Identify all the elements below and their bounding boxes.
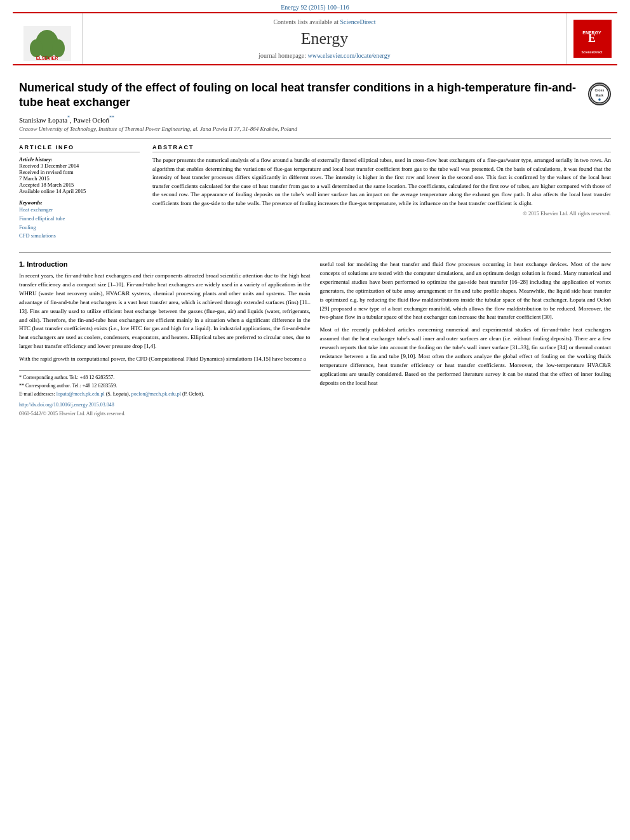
received-revised-label: Received in revised form: [19, 169, 140, 175]
body-left-col: 1. Introduction In recent years, the fin…: [19, 260, 311, 418]
crossmark: Cross Mark: [588, 83, 611, 105]
keywords-list: Heat exchanger Finned elliptical tube Fo…: [19, 206, 140, 240]
email2-link[interactable]: poclon@mech.pk.edu.pl: [131, 391, 181, 397]
keyword-4: CFD simulations: [19, 232, 140, 241]
article-title-section: Numerical study of the effect of fouling…: [19, 81, 611, 110]
article-info-abstract: ARTICLE INFO Article history: Received 3…: [19, 144, 611, 245]
elsevier-logo: ELSEVIER: [13, 13, 83, 64]
svg-text:ELSEVIER: ELSEVIER: [36, 56, 58, 60]
article-history-block: Article history: Received 3 December 201…: [19, 156, 140, 194]
abstract-col: ABSTRACT The paper presents the numerica…: [152, 144, 611, 245]
keyword-3: Fouling: [19, 223, 140, 232]
body-right-col: useful tool for modeling the heat transf…: [320, 260, 612, 418]
abstract-heading: ABSTRACT: [152, 144, 611, 152]
article-content: Numerical study of the effect of fouling…: [0, 65, 630, 418]
affiliation: Cracow University of Technology, Institu…: [19, 126, 611, 132]
footnote-2: ** Corresponding author. Tel.: +48 12 62…: [19, 382, 311, 390]
received-revised-date: 7 March 2015: [19, 175, 140, 182]
issn-line: 0360-5442/© 2015 Elsevier Ltd. All right…: [19, 410, 311, 418]
divider-2: [19, 252, 611, 253]
svg-text:Cross: Cross: [594, 88, 604, 92]
intro-right-paragraph-2: Most of the recently published articles …: [320, 326, 612, 388]
section-1-title: 1. Introduction: [19, 260, 311, 268]
elsevier-tree-icon: ELSEVIER: [23, 26, 71, 61]
available-online: Available online 14 April 2015: [19, 188, 140, 194]
homepage-pretext: journal homepage:: [258, 52, 306, 59]
footnotes: * Corresponding author. Tel.: +48 12 628…: [19, 370, 311, 418]
article-info-col: ARTICLE INFO Article history: Received 3…: [19, 144, 140, 245]
journal-header: ELSEVIER Contents lists available at Sci…: [13, 12, 617, 65]
email2-name: (P. Ocłoń).: [182, 391, 204, 397]
keyword-2: Finned elliptical tube: [19, 215, 140, 223]
doi-link[interactable]: http://dx.doi.org/10.1016/j.energy.2015.…: [19, 402, 114, 408]
journal-homepage: journal homepage: www.elsevier.com/locat…: [258, 52, 390, 59]
page-wrapper: Energy 92 (2015) 100–116 ELSEVIER Conten…: [0, 0, 630, 840]
keywords-block: Keywords: Heat exchanger Finned elliptic…: [19, 199, 140, 240]
crossmark-icon: Cross Mark: [588, 83, 611, 105]
intro-right-paragraph-1: useful tool for modeling the heat transf…: [320, 260, 612, 323]
crossmark-svg: Cross Mark: [589, 83, 610, 105]
footnote-1: * Corresponding author. Tel.: +48 12 628…: [19, 374, 311, 382]
svg-point-4: [52, 39, 65, 57]
received-date: Received 3 December 2014: [19, 163, 140, 169]
divider-1: [19, 138, 611, 139]
sciencedirect-info: Contents lists available at ScienceDirec…: [273, 18, 375, 25]
journal-center: Contents lists available at ScienceDirec…: [83, 13, 566, 64]
email-addresses: E-mail addresses: lopata@mech.pk.edu.pl …: [19, 390, 311, 399]
section-title-text: Introduction: [27, 260, 67, 268]
keywords-label: Keywords:: [19, 199, 140, 206]
article-info-heading: ARTICLE INFO: [19, 144, 140, 152]
authors: Stanisław Łopata*, Paweł Ocłoń**: [19, 116, 611, 124]
svg-point-3: [30, 39, 43, 57]
author1-sup: *: [67, 116, 70, 121]
article-title: Numerical study of the effect of fouling…: [19, 81, 579, 110]
svg-text:Mark: Mark: [596, 93, 603, 97]
intro-paragraph-1: In recent years, the fin-and-tube heat e…: [19, 272, 311, 351]
doi-line: http://dx.doi.org/10.1016/j.energy.2015.…: [19, 401, 311, 410]
energy-logo-icon: ENERGY E ScienceDirect: [575, 22, 610, 57]
journal-ref-text: Energy 92 (2015) 100–116: [281, 4, 349, 11]
svg-point-13: [598, 98, 601, 101]
homepage-link[interactable]: www.elsevier.com/locate/energy: [307, 52, 390, 59]
sciencedirect-link[interactable]: ScienceDirect: [340, 18, 375, 25]
email1-name: (S. Łopata),: [106, 391, 130, 397]
keyword-1: Heat exchanger: [19, 206, 140, 215]
abstract-text: The paper presents the numerical analysi…: [152, 156, 611, 208]
article-history-label: Article history:: [19, 156, 140, 163]
intro-paragraph-2: With the rapid growth in computational p…: [19, 355, 311, 364]
copyright-line: © 2015 Elsevier Ltd. All rights reserved…: [152, 210, 611, 217]
energy-logo-right: ENERGY E ScienceDirect: [566, 13, 617, 64]
author2-sup: **: [109, 116, 114, 121]
email-label: E-mail addresses:: [19, 391, 55, 397]
sciencedirect-pretext: Contents lists available at: [273, 18, 338, 25]
section-number: 1.: [19, 260, 25, 268]
accepted-date: Accepted 18 March 2015: [19, 182, 140, 188]
journal-ref-top: Energy 92 (2015) 100–116: [0, 0, 630, 12]
journal-title: Energy: [301, 29, 349, 48]
svg-text:ScienceDirect: ScienceDirect: [581, 50, 602, 54]
author-names: Stanisław Łopata*, Paweł Ocłoń**: [19, 116, 114, 124]
body-section: 1. Introduction In recent years, the fin…: [19, 260, 611, 418]
email1-link[interactable]: lopata@mech.pk.edu.pl: [57, 391, 105, 397]
energy-logo-box: ENERGY E ScienceDirect: [573, 20, 612, 58]
svg-text:E: E: [588, 32, 596, 44]
